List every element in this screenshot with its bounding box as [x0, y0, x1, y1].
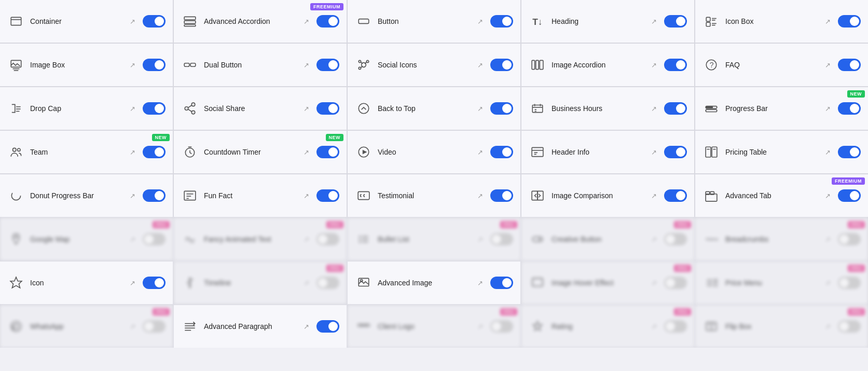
link-icon-image-hover-effect[interactable]: ↗: [651, 279, 657, 287]
toggle-dual-button[interactable]: [316, 59, 339, 71]
toggle-business-hours[interactable]: [664, 102, 687, 115]
toggle-fancy-animated-text[interactable]: [316, 233, 339, 245]
toggle-flip-box[interactable]: [838, 320, 861, 333]
toggle-timeline[interactable]: [316, 277, 339, 289]
link-icon-image-box[interactable]: ↗: [130, 61, 135, 69]
widget-label-header-info: Header Info: [552, 148, 646, 156]
toggle-social-share[interactable]: [316, 102, 339, 115]
link-icon-advanced-accordion[interactable]: ↗: [304, 18, 309, 25]
pricing-table-icon: [702, 143, 720, 161]
link-icon-faq[interactable]: ↗: [825, 61, 831, 69]
svg-point-75: [359, 236, 361, 237]
toggle-testimonial[interactable]: [490, 189, 513, 202]
toggle-creative-button[interactable]: [664, 233, 687, 245]
link-icon-testimonial[interactable]: ↗: [477, 192, 483, 200]
link-icon-heading[interactable]: ↗: [651, 18, 657, 25]
toggle-icon[interactable]: [143, 277, 166, 289]
toggle-price-menu[interactable]: [838, 277, 861, 289]
toggle-pricing-table[interactable]: [838, 146, 861, 158]
link-icon-timeline[interactable]: ↗: [304, 279, 309, 287]
link-icon-countdown-timer[interactable]: ↗: [304, 148, 309, 156]
toggle-google-map[interactable]: [143, 233, 166, 245]
link-icon-advanced-paragraph[interactable]: ↗: [304, 323, 309, 331]
toggle-video[interactable]: [490, 146, 513, 158]
badge-breadcrumbs: PRO: [848, 221, 865, 228]
link-icon-team[interactable]: ↗: [130, 148, 135, 156]
link-icon-image-comparison[interactable]: ↗: [651, 192, 657, 200]
toggle-back-to-top[interactable]: [490, 102, 513, 115]
link-icon-progress-bar[interactable]: ↗: [825, 105, 831, 113]
link-icon-creative-button[interactable]: ↗: [651, 236, 657, 243]
link-icon-button[interactable]: ↗: [477, 18, 483, 25]
toggle-countdown-timer[interactable]: [316, 146, 339, 158]
svg-point-77: [359, 238, 361, 240]
link-icon-advanced-image[interactable]: ↗: [477, 279, 483, 287]
drop-cap-icon: [7, 100, 25, 117]
toggle-social-icons[interactable]: [490, 59, 513, 71]
badge-flip-box: PRO: [848, 308, 865, 315]
widget-cell-header-info: Header Info↗: [521, 131, 694, 173]
badge-progress-bar: NEW: [847, 90, 865, 98]
toggle-image-comparison[interactable]: [664, 189, 687, 202]
toggle-button[interactable]: [490, 15, 513, 28]
toggle-fun-fact[interactable]: [316, 189, 339, 202]
toggle-progress-bar[interactable]: [838, 102, 861, 115]
link-icon-price-menu[interactable]: ↗: [825, 279, 831, 287]
toggle-client-logo[interactable]: [490, 320, 513, 333]
toggle-image-hover-effect[interactable]: [664, 277, 687, 289]
svg-point-19: [359, 60, 361, 62]
link-icon-flip-box[interactable]: ↗: [825, 323, 831, 331]
link-icon-dual-button[interactable]: ↗: [304, 61, 309, 69]
link-icon-donut-progress-bar[interactable]: ↗: [130, 192, 135, 200]
toggle-advanced-paragraph[interactable]: [316, 320, 339, 333]
toggle-whatsapp[interactable]: [143, 320, 166, 333]
back-to-top-icon: [355, 100, 373, 117]
toggle-container[interactable]: [143, 15, 166, 28]
link-icon-image-accordion[interactable]: ↗: [651, 61, 657, 69]
link-icon-icon-box[interactable]: ↗: [825, 18, 831, 25]
link-icon-back-to-top[interactable]: ↗: [477, 105, 483, 113]
link-icon-breadcrumbs[interactable]: ↗: [825, 236, 831, 243]
link-icon-client-logo[interactable]: ↗: [477, 323, 483, 331]
toggle-drop-cap[interactable]: [143, 102, 166, 115]
link-icon-header-info[interactable]: ↗: [651, 148, 657, 156]
link-icon-whatsapp[interactable]: ↗: [130, 323, 135, 331]
link-icon-business-hours[interactable]: ↗: [651, 105, 657, 113]
link-icon-social-share[interactable]: ↗: [304, 105, 309, 113]
link-icon-bullet-list[interactable]: ↗: [477, 236, 483, 243]
toggle-team[interactable]: [143, 146, 166, 158]
rating-icon: [529, 318, 546, 335]
link-icon-pricing-table[interactable]: ↗: [825, 148, 831, 156]
toggle-image-box[interactable]: [143, 59, 166, 71]
toggle-heading[interactable]: [664, 15, 687, 28]
link-icon-drop-cap[interactable]: ↗: [130, 105, 135, 113]
link-icon-fancy-animated-text[interactable]: ↗: [304, 236, 309, 243]
link-icon-social-icons[interactable]: ↗: [477, 61, 483, 69]
widget-cell-video: Video↗: [348, 131, 520, 173]
team-icon: [7, 143, 25, 161]
widget-label-back-to-top: Back to Top: [378, 104, 472, 113]
link-icon-container[interactable]: ↗: [130, 18, 135, 25]
business-hours-icon: [529, 100, 546, 117]
widget-cell-fun-fact: Fun Fact↗: [174, 174, 347, 217]
toggle-rating[interactable]: [664, 320, 687, 333]
link-icon-icon[interactable]: ↗: [130, 279, 135, 287]
link-icon-fun-fact[interactable]: ↗: [304, 192, 309, 200]
link-icon-rating[interactable]: ↗: [651, 323, 657, 331]
toggle-faq[interactable]: [838, 59, 861, 71]
link-icon-video[interactable]: ↗: [477, 148, 483, 156]
link-icon-advanced-tab[interactable]: ↗: [825, 192, 831, 200]
container-icon: [7, 12, 25, 30]
toggle-advanced-accordion[interactable]: [316, 15, 339, 28]
widget-label-progress-bar: Progress Bar: [725, 104, 820, 113]
link-icon-google-map[interactable]: ↗: [130, 236, 135, 243]
toggle-image-accordion[interactable]: [664, 59, 687, 71]
toggle-icon-box[interactable]: [838, 15, 861, 28]
toggle-advanced-image[interactable]: [490, 277, 513, 289]
widget-label-container: Container: [30, 17, 125, 25]
toggle-header-info[interactable]: [664, 146, 687, 158]
toggle-advanced-tab[interactable]: [838, 189, 861, 202]
toggle-bullet-list[interactable]: [490, 233, 513, 245]
toggle-donut-progress-bar[interactable]: [143, 189, 166, 202]
toggle-breadcrumbs[interactable]: [838, 233, 861, 245]
